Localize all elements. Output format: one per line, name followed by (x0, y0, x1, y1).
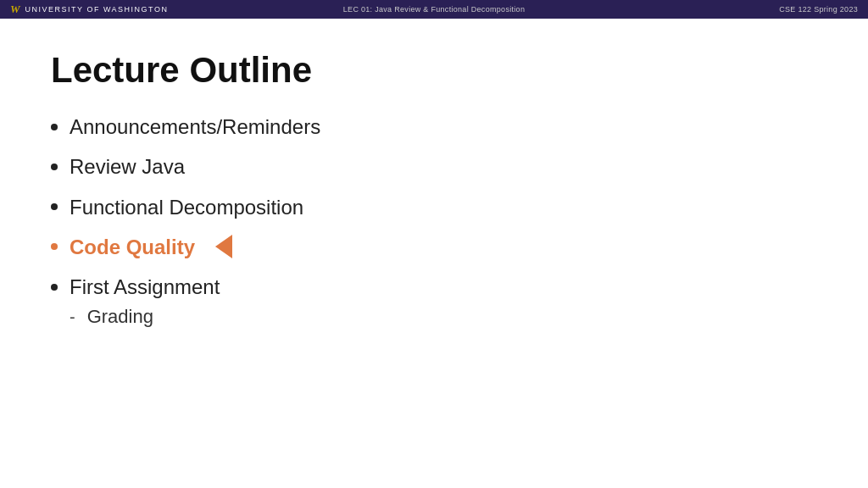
header-bar: W UNIVERSITY of WASHINGTON LEC 01: Java … (0, 0, 868, 19)
bullet-dot (51, 203, 58, 210)
lecture-title: LEC 01: Java Review & Functional Decompo… (343, 5, 525, 14)
bullet-dot (51, 284, 58, 291)
list-item: Functional Decomposition (51, 194, 817, 220)
list-item: - Grading (70, 305, 153, 330)
sub-bullet-text-grading: Grading (87, 305, 153, 330)
list-item: Announcements/Reminders (51, 114, 817, 140)
list-item: Review Java (51, 153, 817, 180)
list-item-code-quality: Code Quality (51, 234, 817, 260)
slide-content: Lecture Outline Announcements/Reminders … (0, 19, 868, 488)
bullet-text-code-quality: Code Quality (70, 234, 195, 260)
sub-bullet-list: - Grading (70, 305, 153, 333)
logo-w-letter: W (10, 3, 20, 16)
bullet-text-review-java: Review Java (70, 153, 185, 180)
course-info: CSE 122 Spring 2023 (779, 5, 858, 14)
list-item-first-assignment: First Assignment - Grading (51, 274, 817, 333)
bullet-list: Announcements/Reminders Review Java Func… (51, 114, 817, 333)
bullet-dot-highlight (51, 243, 58, 250)
arrow-indicator-icon (215, 235, 232, 258)
bullet-text-first-assignment: First Assignment (70, 274, 220, 300)
university-logo: W UNIVERSITY of WASHINGTON (10, 3, 168, 16)
bullet-dot (51, 164, 58, 170)
logo-university-name: UNIVERSITY of WASHINGTON (25, 5, 169, 14)
bullet-text-functional-decomp: Functional Decomposition (70, 194, 303, 220)
bullet-dot (51, 124, 58, 130)
sub-dash: - (70, 306, 75, 328)
slide-title: Lecture Outline (51, 51, 817, 90)
bullet-text-announcements: Announcements/Reminders (70, 114, 320, 140)
